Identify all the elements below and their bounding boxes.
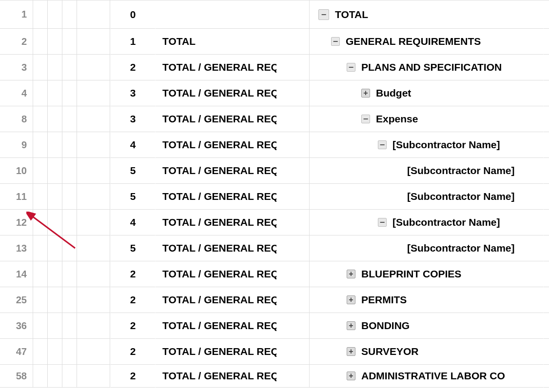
row-header[interactable]: 10 — [0, 158, 33, 184]
spreadsheet-grid[interactable]: 10TOTAL21TOTALGENERAL REQUIREMENTS32TOTA… — [0, 0, 549, 388]
description-cell[interactable]: PERMITS — [309, 287, 543, 313]
outline-gutter[interactable] — [48, 365, 62, 388]
path-cell[interactable] — [155, 0, 309, 29]
outline-gutter[interactable] — [77, 158, 110, 184]
outline-gutter[interactable] — [62, 184, 77, 210]
outline-gutter[interactable] — [33, 339, 48, 365]
row-header[interactable]: 8 — [0, 106, 33, 132]
outline-gutter[interactable] — [48, 29, 62, 55]
outline-gutter[interactable] — [62, 158, 77, 184]
description-cell[interactable]: Expense — [309, 106, 543, 132]
description-cell[interactable]: TOTAL — [309, 0, 543, 29]
collapse-icon[interactable] — [331, 37, 340, 46]
expand-icon[interactable] — [347, 347, 355, 356]
outline-gutter[interactable] — [48, 80, 62, 106]
outline-gutter[interactable] — [62, 339, 77, 365]
outline-gutter[interactable] — [48, 106, 62, 132]
outline-gutter[interactable] — [48, 235, 62, 261]
description-cell[interactable]: PLANS AND SPECIFICATION — [309, 55, 543, 80]
level-cell[interactable]: 5 — [110, 184, 155, 210]
row-header[interactable]: 25 — [0, 287, 33, 313]
outline-gutter[interactable] — [48, 0, 62, 29]
level-cell[interactable]: 2 — [110, 261, 155, 287]
path-cell[interactable]: TOTAL / GENERAL REQ — [155, 210, 309, 235]
description-cell[interactable]: BLUEPRINT COPIES — [309, 261, 543, 287]
outline-gutter[interactable] — [33, 287, 48, 313]
path-cell[interactable]: TOTAL / GENERAL REQ — [155, 261, 309, 287]
expand-icon[interactable] — [347, 295, 355, 304]
outline-gutter[interactable] — [48, 132, 62, 158]
level-cell[interactable]: 2 — [110, 55, 155, 80]
description-cell[interactable]: SURVEYOR — [309, 339, 543, 365]
description-cell[interactable]: [Subcontractor Name] — [309, 184, 543, 210]
path-cell[interactable]: TOTAL / GENERAL REQ — [155, 235, 309, 261]
outline-gutter[interactable] — [33, 313, 48, 339]
level-cell[interactable]: 2 — [110, 365, 155, 388]
path-cell[interactable]: TOTAL / GENERAL REQ — [155, 106, 309, 132]
description-cell[interactable]: Budget — [309, 80, 543, 106]
outline-gutter[interactable] — [77, 210, 110, 235]
level-cell[interactable]: 3 — [110, 106, 155, 132]
outline-gutter[interactable] — [77, 313, 110, 339]
description-cell[interactable]: [Subcontractor Name] — [309, 210, 543, 235]
row-header[interactable]: 3 — [0, 55, 33, 80]
level-cell[interactable]: 4 — [110, 132, 155, 158]
outline-gutter[interactable] — [77, 132, 110, 158]
outline-gutter[interactable] — [33, 29, 48, 55]
outline-gutter[interactable] — [62, 365, 77, 388]
row-header[interactable]: 47 — [0, 339, 33, 365]
outline-gutter[interactable] — [48, 313, 62, 339]
outline-gutter[interactable] — [33, 158, 48, 184]
outline-gutter[interactable] — [77, 80, 110, 106]
row-header[interactable]: 14 — [0, 261, 33, 287]
outline-gutter[interactable] — [77, 235, 110, 261]
outline-gutter[interactable] — [77, 287, 110, 313]
outline-gutter[interactable] — [48, 210, 62, 235]
outline-gutter[interactable] — [77, 339, 110, 365]
level-cell[interactable]: 0 — [110, 0, 155, 29]
outline-gutter[interactable] — [62, 106, 77, 132]
outline-gutter[interactable] — [77, 261, 110, 287]
outline-gutter[interactable] — [77, 0, 110, 29]
expand-icon[interactable] — [347, 321, 355, 330]
row-header[interactable]: 4 — [0, 80, 33, 106]
row-header[interactable]: 13 — [0, 235, 33, 261]
path-cell[interactable]: TOTAL / GENERAL REQ — [155, 80, 309, 106]
level-cell[interactable]: 4 — [110, 210, 155, 235]
outline-gutter[interactable] — [62, 313, 77, 339]
outline-gutter[interactable] — [62, 0, 77, 29]
outline-gutter[interactable] — [62, 287, 77, 313]
outline-gutter[interactable] — [62, 29, 77, 55]
outline-gutter[interactable] — [62, 80, 77, 106]
outline-gutter[interactable] — [77, 106, 110, 132]
row-header[interactable]: 11 — [0, 184, 33, 210]
outline-gutter[interactable] — [77, 365, 110, 388]
level-cell[interactable]: 5 — [110, 158, 155, 184]
path-cell[interactable]: TOTAL / GENERAL REQ — [155, 365, 309, 388]
expand-icon[interactable] — [347, 372, 355, 380]
outline-gutter[interactable] — [33, 55, 48, 80]
outline-gutter[interactable] — [33, 106, 48, 132]
row-header[interactable]: 2 — [0, 29, 33, 55]
collapse-icon[interactable] — [347, 63, 355, 72]
level-cell[interactable]: 5 — [110, 235, 155, 261]
row-header[interactable]: 9 — [0, 132, 33, 158]
outline-gutter[interactable] — [48, 287, 62, 313]
outline-gutter[interactable] — [33, 132, 48, 158]
description-cell[interactable]: [Subcontractor Name] — [309, 132, 543, 158]
row-header[interactable]: 1 — [0, 0, 33, 29]
outline-gutter[interactable] — [48, 339, 62, 365]
path-cell[interactable]: TOTAL / GENERAL REQ — [155, 184, 309, 210]
outline-gutter[interactable] — [48, 55, 62, 80]
outline-gutter[interactable] — [77, 184, 110, 210]
collapse-icon[interactable] — [361, 115, 370, 123]
collapse-icon[interactable] — [318, 9, 329, 20]
outline-gutter[interactable] — [33, 261, 48, 287]
path-cell[interactable]: TOTAL / GENERAL REQ — [155, 132, 309, 158]
row-header[interactable]: 36 — [0, 313, 33, 339]
outline-gutter[interactable] — [62, 55, 77, 80]
expand-icon[interactable] — [347, 270, 355, 278]
path-cell[interactable]: TOTAL / GENERAL REQ — [155, 313, 309, 339]
level-cell[interactable]: 2 — [110, 339, 155, 365]
outline-gutter[interactable] — [62, 132, 77, 158]
